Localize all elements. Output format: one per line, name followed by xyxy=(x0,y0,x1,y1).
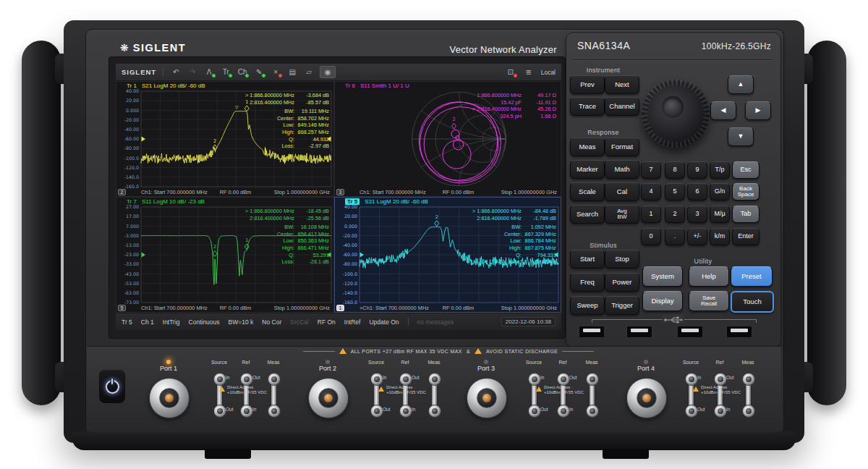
channel-button[interactable]: Channel xyxy=(605,97,639,116)
utility-section-label: Utility xyxy=(641,258,765,265)
task-list-icon[interactable]: ≣ xyxy=(523,67,535,77)
stat-value: 868.257 MHz xyxy=(294,129,329,136)
key-1[interactable]: 1 xyxy=(641,206,661,223)
trace-name: Tr 7 xyxy=(127,198,137,205)
trace-title: Tr 7S11 LogM 10 dB/ -23 dB xyxy=(127,198,205,205)
port-3-connector-pin xyxy=(482,394,491,402)
marker-frequency: 2:816.400000 MHz xyxy=(477,215,522,222)
display-button[interactable]: Display xyxy=(642,291,683,311)
status-divider xyxy=(408,318,409,326)
status-tr-5: Tr 5 xyxy=(122,318,132,326)
key-esc[interactable]: Esc xyxy=(732,161,760,179)
port-3-ref-top-dir-label: Out xyxy=(569,375,576,380)
port-2-ref-label: Ref xyxy=(389,360,421,365)
key-enter[interactable]: Enter xyxy=(732,228,760,245)
key-4[interactable]: 4 xyxy=(641,183,661,200)
key-m[interactable]: M/µ xyxy=(710,206,730,223)
key-back-space[interactable]: Back Space xyxy=(732,183,760,200)
port-4-ref-label: Ref xyxy=(704,360,736,365)
meas-button[interactable]: Meas xyxy=(570,138,605,156)
rotary-knob[interactable] xyxy=(642,80,710,148)
stop-button[interactable]: Stop xyxy=(605,250,639,269)
svg-text:2: 2 xyxy=(452,117,455,122)
key-tab[interactable]: Tab xyxy=(732,206,760,223)
folder-open-icon[interactable]: ▱ xyxy=(303,67,315,77)
trigger-button[interactable]: Trigger xyxy=(605,296,639,315)
siglent-logo-text: SIGLENT xyxy=(133,42,186,54)
svg-text:-20.00: -20.00 xyxy=(343,233,357,238)
sweep-button[interactable]: Sweep xyxy=(570,296,605,315)
port-1-meas-top-connector xyxy=(268,373,281,386)
touch-button[interactable]: Touch xyxy=(731,291,774,313)
save-icon[interactable]: ▤ xyxy=(286,67,298,77)
key-3[interactable]: 3 xyxy=(687,206,707,223)
math-button[interactable]: Math xyxy=(605,160,639,179)
system-button[interactable]: System xyxy=(642,266,683,287)
power-button[interactable] xyxy=(98,369,126,404)
status-continuous: Continuous xyxy=(189,318,220,326)
save-recall-button[interactable]: Save Recall xyxy=(689,291,729,311)
key-7[interactable]: 7 xyxy=(641,161,661,179)
add-trace-icon[interactable]: Tr xyxy=(220,67,231,77)
stylus-icon[interactable]: ✎ xyxy=(253,67,265,77)
start-button[interactable]: Start xyxy=(570,250,605,269)
port-4-source-bottom-dir-label: Out xyxy=(697,407,705,412)
plot-s31-logmag-active[interactable]: 40.0020.000.000-20.00-40.00-60.00-80.00-… xyxy=(334,197,561,313)
key-8[interactable]: 8 xyxy=(665,161,685,179)
footer-start: Ch1: Start 700.000000 MHz xyxy=(359,189,431,195)
add-channel-icon[interactable]: Ch xyxy=(237,67,248,77)
redo-icon[interactable]: ↷ xyxy=(187,67,198,77)
screenshot-icon[interactable]: ◉ xyxy=(320,66,336,78)
plot-s11-smith[interactable]: 2Tr 6S11 Smith 1 U/ 1 U1:866.800000 MHz4… xyxy=(334,81,561,197)
key-dot[interactable]: . xyxy=(665,228,685,245)
next-button[interactable]: Next xyxy=(605,75,639,94)
power-button[interactable]: Power xyxy=(605,273,639,292)
key-5[interactable]: 5 xyxy=(665,183,685,200)
warning-line-left xyxy=(303,351,335,352)
preset-button[interactable]: Preset xyxy=(731,266,773,287)
cal-button[interactable]: Cal xyxy=(605,182,639,201)
arrow-up-key[interactable]: ▲ xyxy=(728,75,754,94)
scale-button[interactable]: Scale xyxy=(570,182,605,201)
key-2[interactable]: 2 xyxy=(665,206,685,223)
key-k-m[interactable]: k/m xyxy=(710,228,730,245)
key-t-p[interactable]: T/p xyxy=(710,161,730,179)
arrow-left-key[interactable]: ◀ xyxy=(710,101,736,120)
help-button[interactable]: Help xyxy=(689,266,729,287)
format-button[interactable]: Format xyxy=(605,138,639,156)
plot-s11-logmag[interactable]: 27.0017.007.000-3.000-13.00-23.00-33.00-… xyxy=(116,197,334,313)
port-2-meas-label: Meas xyxy=(418,360,450,365)
port-2-source-top-connector xyxy=(370,373,383,386)
svg-text:2: 2 xyxy=(435,214,438,220)
network-icon[interactable]: ⊡ xyxy=(505,67,516,77)
arrow-down-key[interactable]: ▼ xyxy=(728,127,754,146)
port-2-source-bottom-dir-label: Out xyxy=(383,407,390,412)
marker-frequency: 2:816.400000 MHz xyxy=(250,99,294,106)
freq-button[interactable]: Freq xyxy=(570,273,605,292)
key-0[interactable]: 0 xyxy=(641,228,661,245)
marker-peak-icon[interactable]: Λ xyxy=(203,67,215,77)
stat-label: Loss: xyxy=(282,143,294,150)
port-4-connector xyxy=(626,378,667,418)
search-button[interactable]: Search xyxy=(570,205,605,224)
trace-button[interactable]: Trace xyxy=(570,97,605,116)
undo-icon[interactable]: ↶ xyxy=(170,67,182,77)
avg-bw-button[interactable]: Avg BW xyxy=(605,205,639,224)
footer-power: RF 0.00 dBm xyxy=(209,189,262,195)
plot-s21-logmag[interactable]: 40.0020.000.000-20.00-40.00-60.00-80.00-… xyxy=(116,81,334,197)
svg-text:-3.000: -3.000 xyxy=(124,233,139,238)
marker-button[interactable]: Marker xyxy=(570,160,605,179)
usb-port-2 xyxy=(626,326,652,338)
svg-text:7.000: 7.000 xyxy=(126,224,139,229)
prev-button[interactable]: Prev xyxy=(570,75,605,94)
key-plus-minus[interactable]: +/- xyxy=(687,228,707,245)
port-4-meas-label: Meas xyxy=(732,360,764,365)
base xyxy=(72,431,796,450)
key-9[interactable]: 9 xyxy=(687,161,707,179)
key-g-n[interactable]: G/n xyxy=(710,183,730,200)
arrow-right-key[interactable]: ▶ xyxy=(745,101,771,120)
key-6[interactable]: 6 xyxy=(687,183,707,200)
stat-value: 53.291 xyxy=(294,252,329,259)
port-1-source-top-connector xyxy=(213,373,226,386)
delete-icon[interactable]: × xyxy=(270,67,281,77)
